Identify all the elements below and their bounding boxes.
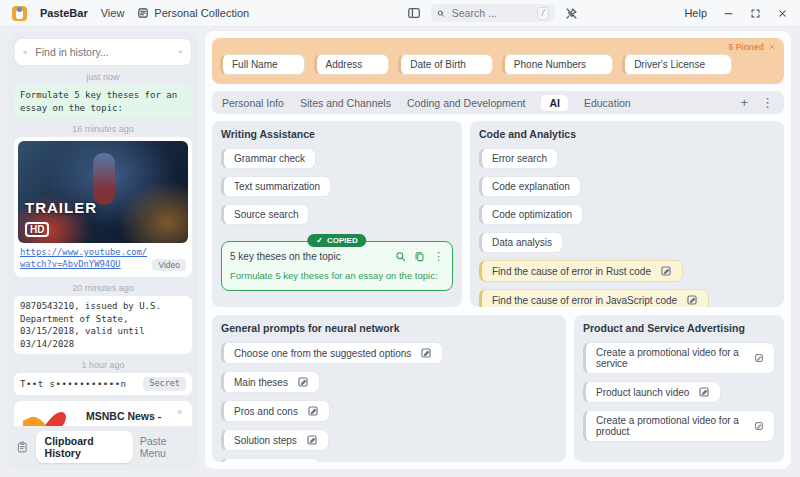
tab-education[interactable]: Education bbox=[584, 97, 631, 109]
pinned-bar: 5 Pinned Full Name Address Date of Birth… bbox=[212, 38, 784, 84]
sidebar-footer: Clipboard History Paste Menu bbox=[14, 426, 192, 464]
copied-badge: ✓ COPIED bbox=[307, 234, 366, 247]
note-edit-icon bbox=[754, 352, 764, 364]
prompt-item-highlighted[interactable]: Find the cause of error in JavaScript co… bbox=[479, 289, 709, 307]
note-edit-icon bbox=[754, 420, 764, 432]
prompt-label: Choose one from the suggested options bbox=[234, 348, 411, 359]
pinned-count: 5 Pinned bbox=[729, 42, 764, 52]
msnbc-logo: MS bbox=[23, 410, 79, 426]
pinned-close-icon[interactable] bbox=[768, 43, 776, 51]
prompt-item[interactable]: Pros and cons bbox=[221, 400, 330, 422]
prompt-item[interactable]: Error search bbox=[479, 148, 558, 169]
history-timestamp: 20 minutes ago bbox=[14, 283, 192, 293]
prompt-item[interactable]: Code explanation bbox=[479, 176, 581, 197]
history-item-link-preview[interactable]: ✕ MS MSNBC News - Breaking News an... MS… bbox=[14, 401, 192, 426]
board-code-and-analytics: Code and Analytics Error search Code exp… bbox=[470, 121, 784, 307]
search-shortcut-hint: / bbox=[537, 7, 550, 20]
history-sidebar: just now Formulate 5 key theses for an e… bbox=[8, 32, 198, 470]
video-link[interactable]: https://www.youtube.com/watch?v=AbvDnYW9… bbox=[20, 247, 148, 271]
tab-clipboard-history[interactable]: Clipboard History bbox=[36, 431, 133, 463]
prompt-item[interactable]: Grammar check bbox=[221, 148, 316, 169]
history-timestamp: 16 minutes ago bbox=[14, 124, 192, 134]
copied-badge-label: COPIED bbox=[327, 236, 358, 245]
add-tab-icon[interactable]: + bbox=[740, 95, 748, 110]
collection-icon bbox=[137, 7, 149, 19]
note-edit-icon bbox=[660, 265, 672, 277]
board-general-prompts: General prompts for neural network Choos… bbox=[212, 315, 566, 462]
global-search-input[interactable] bbox=[450, 6, 532, 20]
prompt-item[interactable]: Choose one from the suggested options bbox=[221, 342, 443, 364]
clipboard-history-list: just now Formulate 5 key theses for an e… bbox=[14, 66, 192, 426]
find-in-history-input[interactable] bbox=[33, 45, 172, 59]
video-type-badge: Video bbox=[152, 259, 186, 271]
close-icon[interactable] bbox=[777, 8, 788, 19]
prompt-item[interactable]: Solution steps bbox=[221, 429, 329, 451]
prompt-item[interactable]: Data analysis bbox=[479, 232, 563, 253]
prompt-item-highlighted[interactable]: Find the cause of error in Rust code bbox=[479, 260, 683, 282]
maximize-icon[interactable] bbox=[750, 8, 761, 19]
minimize-icon[interactable] bbox=[723, 8, 734, 19]
board-title: Code and Analytics bbox=[479, 128, 775, 140]
prompt-item[interactable]: Product launch video bbox=[583, 381, 721, 403]
search-icon bbox=[23, 47, 27, 58]
prompt-item[interactable]: Main theses bbox=[221, 371, 320, 393]
copied-card-subtitle: Formulate 5 key theses for an essay on t… bbox=[230, 270, 444, 283]
history-item-video[interactable]: TRAILER HD https://www.youtube.com/watch… bbox=[14, 137, 192, 277]
prompt-label: Create a promotional video for a product bbox=[596, 415, 745, 437]
help-menu[interactable]: Help bbox=[684, 7, 707, 19]
tab-coding-and-development[interactable]: Coding and Development bbox=[407, 97, 526, 109]
board-title: General prompts for neural network bbox=[221, 322, 557, 334]
find-in-history[interactable] bbox=[14, 38, 192, 66]
prompt-item[interactable]: Code optimization bbox=[479, 204, 583, 225]
prompt-label: Pros and cons bbox=[234, 406, 298, 417]
pinned-item[interactable]: Driver's License bbox=[622, 54, 732, 75]
prompt-item[interactable]: Text summarization bbox=[221, 176, 331, 197]
card-menu-dots-icon[interactable]: ⋮ bbox=[433, 250, 444, 263]
note-edit-icon bbox=[698, 386, 710, 398]
menu-view[interactable]: View bbox=[101, 7, 125, 19]
prompt-label: Error search bbox=[492, 153, 547, 164]
global-search[interactable]: / bbox=[431, 4, 555, 22]
tab-paste-menu[interactable]: Paste Menu bbox=[140, 435, 190, 459]
search-icon[interactable] bbox=[395, 251, 406, 262]
collection-tabbar: Personal Info Sites and Channels Coding … bbox=[212, 91, 784, 114]
board-product-advertising: Product and Service Advertising Create a… bbox=[574, 315, 784, 462]
board-title: Product and Service Advertising bbox=[583, 322, 775, 334]
prompt-item[interactable]: Comparison bbox=[221, 458, 320, 462]
prompt-item[interactable]: Source search bbox=[221, 204, 309, 225]
prompt-label: Code explanation bbox=[492, 181, 570, 192]
history-item-secret[interactable]: T••t s•••••••••••n Secret bbox=[14, 373, 192, 395]
prompt-label: Text summarization bbox=[234, 181, 320, 192]
tab-sites-and-channels[interactable]: Sites and Channels bbox=[300, 97, 391, 109]
secret-masked-text: T••t s•••••••••••n bbox=[20, 378, 143, 391]
video-thumbnail[interactable]: TRAILER HD bbox=[18, 141, 188, 243]
clipboard-icon[interactable] bbox=[16, 440, 29, 454]
pinned-item[interactable]: Phone Numbers bbox=[502, 54, 613, 75]
prompt-item[interactable]: Create a promotional video for a service bbox=[583, 342, 775, 374]
tab-menu-dots-icon[interactable]: ⋮ bbox=[761, 95, 774, 110]
board-title: Writing Assistance bbox=[221, 128, 453, 140]
link-preview-close-icon[interactable]: ✕ bbox=[176, 408, 183, 417]
note-edit-icon bbox=[307, 405, 319, 417]
history-item-document[interactable]: 9870543210, issued by U.S. Department of… bbox=[14, 296, 192, 354]
tab-ai[interactable]: AI bbox=[541, 95, 568, 111]
copied-prompt-card[interactable]: ✓ COPIED 5 key theses on the topic ⋮ For… bbox=[221, 241, 453, 291]
history-timestamp: 1 hour ago bbox=[14, 360, 192, 370]
menu-personal-collection[interactable]: Personal Collection bbox=[137, 7, 249, 19]
note-edit-icon bbox=[297, 376, 309, 388]
history-item-theses[interactable]: Formulate 5 key theses for an essay on t… bbox=[14, 85, 192, 118]
pinned-item[interactable]: Address bbox=[314, 54, 390, 75]
copy-icon[interactable] bbox=[414, 251, 425, 262]
pin-off-icon[interactable] bbox=[565, 7, 578, 20]
prompt-label: Main theses bbox=[234, 377, 288, 388]
collection-panel: 5 Pinned Full Name Address Date of Birth… bbox=[204, 30, 792, 470]
thumbnail-title-text: TRAILER bbox=[25, 199, 97, 216]
prompt-item[interactable]: Create a promotional video for a product bbox=[583, 410, 775, 442]
pinned-item[interactable]: Date of Birth bbox=[398, 54, 493, 75]
filter-icon[interactable] bbox=[178, 46, 183, 58]
pinned-item[interactable]: Full Name bbox=[220, 54, 305, 75]
tab-personal-info[interactable]: Personal Info bbox=[222, 97, 284, 109]
prompt-label: Source search bbox=[234, 209, 298, 220]
secret-type-badge: Secret bbox=[143, 377, 186, 391]
sidebar-toggle-icon[interactable] bbox=[407, 6, 421, 20]
